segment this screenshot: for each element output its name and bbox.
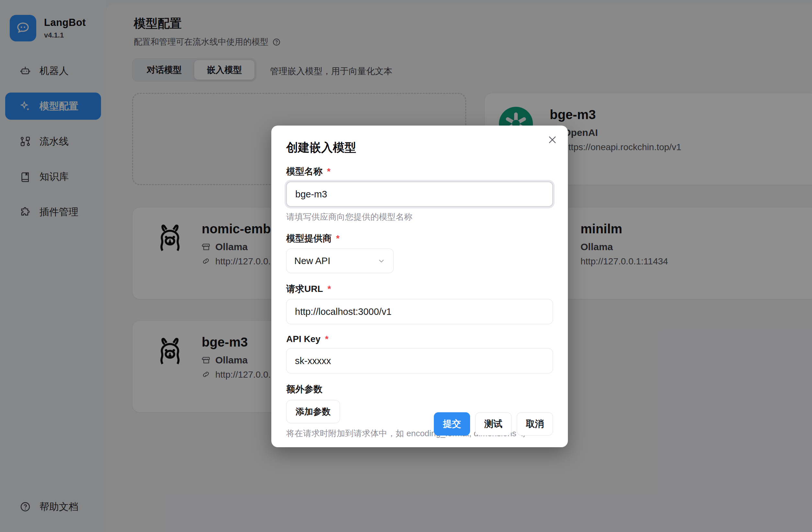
create-embed-model-dialog: 创建嵌入模型 模型名称 * 请填写供应商向您提供的模型名称 模型提供商 * Ne… [271,125,568,447]
required-asterisk: * [325,334,329,344]
field-label-extra-params: 额外参数 [286,383,553,396]
field-label-provider: 模型提供商 * [286,232,553,245]
field-label-api-key: API Key * [286,334,553,344]
close-icon[interactable] [547,134,558,146]
model-name-input[interactable] [286,181,553,207]
submit-button[interactable]: 提交 [434,412,470,435]
api-key-input[interactable] [286,348,553,373]
required-asterisk: * [336,233,339,244]
provider-select-value: New API [294,256,330,266]
field-label-model-name: 模型名称 * [286,165,553,178]
chevron-down-icon [377,256,386,265]
dialog-title: 创建嵌入模型 [286,140,553,156]
add-param-button[interactable]: 添加参数 [286,400,340,423]
field-label-request-url: 请求URL * [286,283,553,295]
dialog-footer: 提交 测试 取消 [434,412,553,435]
cancel-button[interactable]: 取消 [517,412,553,435]
test-button[interactable]: 测试 [475,412,511,435]
required-asterisk: * [327,166,331,177]
request-url-input[interactable] [286,299,553,324]
required-asterisk: * [328,284,331,294]
model-name-helper: 请填写供应商向您提供的模型名称 [286,211,553,223]
provider-select[interactable]: New API [286,249,394,273]
